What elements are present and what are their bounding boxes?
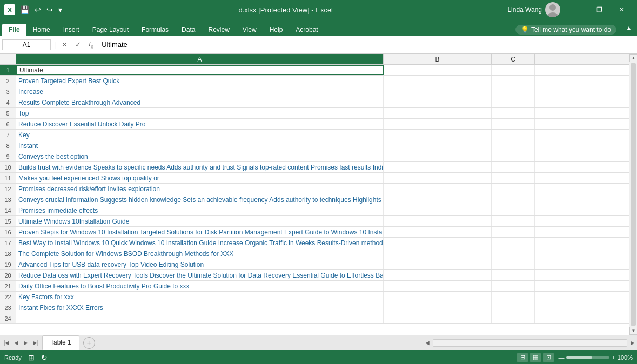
table-row[interactable]: 23Instant Fixes for XXXX Errors xyxy=(0,302,637,313)
tab-view[interactable]: View xyxy=(236,24,263,36)
sheet-next-button[interactable]: ▶ xyxy=(22,339,30,347)
table-row[interactable]: 3Increase xyxy=(0,86,637,97)
tab-home[interactable]: Home xyxy=(26,24,57,36)
h-scroll-right[interactable]: ▶ xyxy=(631,340,635,346)
tab-formulas[interactable]: Formulas xyxy=(135,24,175,36)
redo-button[interactable]: ↪ xyxy=(45,4,55,15)
cell-b7[interactable] xyxy=(384,130,492,140)
cell-c10[interactable] xyxy=(492,162,535,172)
cell-c23[interactable] xyxy=(492,302,535,313)
scroll-down-button[interactable]: ▼ xyxy=(629,327,637,335)
scroll-up-button[interactable]: ▲ xyxy=(629,54,637,62)
cell-c4[interactable] xyxy=(492,97,535,107)
table-row[interactable]: 21Daily Office Features to Boost Product… xyxy=(0,281,637,292)
cell-c13[interactable] xyxy=(492,194,535,205)
insert-function-button[interactable]: fx xyxy=(86,39,96,51)
cell-b24[interactable] xyxy=(384,313,492,323)
h-scroll-left[interactable]: ◀ xyxy=(425,340,430,346)
formula-input[interactable] xyxy=(98,39,635,50)
table-row[interactable]: 18The Complete Solution for Windows BSOD… xyxy=(0,248,637,259)
cell-a11[interactable]: Makes you feel experienced Shows top qua… xyxy=(16,173,384,183)
add-sheet-button[interactable]: + xyxy=(83,337,95,349)
user-avatar[interactable] xyxy=(545,2,560,17)
table-row[interactable]: 14Promises immediate effects xyxy=(0,205,637,216)
sheet-last-button[interactable]: ▶| xyxy=(31,339,40,347)
tab-review[interactable]: Review xyxy=(202,24,236,36)
table-row[interactable]: 15Ultimate Windows 10Installation Guide xyxy=(0,216,637,227)
cell-b4[interactable] xyxy=(384,97,492,107)
cell-b11[interactable] xyxy=(384,173,492,183)
scroll-thumb[interactable] xyxy=(631,63,636,326)
cell-a23[interactable]: Instant Fixes for XXXX Errors xyxy=(16,302,384,313)
cell-a2[interactable]: Proven Targeted Expert Best Quick xyxy=(16,76,384,86)
cell-b23[interactable] xyxy=(384,302,492,313)
table-row[interactable]: 8Instant xyxy=(0,140,637,151)
cell-a17[interactable]: Best Way to Install Windows 10 Quick Win… xyxy=(16,238,384,248)
table-row[interactable]: 6Reduce Discover Essential Unlock Daily … xyxy=(0,119,637,130)
cell-b12[interactable] xyxy=(384,184,492,194)
cancel-formula-button[interactable]: ✕ xyxy=(59,39,70,50)
cell-a5[interactable]: Top xyxy=(16,108,384,118)
tab-data[interactable]: Data xyxy=(175,24,202,36)
sheet-prev-button[interactable]: ◀ xyxy=(12,339,21,347)
cell-c18[interactable] xyxy=(492,248,535,259)
cell-c5[interactable] xyxy=(492,108,535,118)
cell-c12[interactable] xyxy=(492,184,535,194)
table-row[interactable]: 11Makes you feel experienced Shows top q… xyxy=(0,173,637,184)
zoom-in-button[interactable]: + xyxy=(612,354,615,361)
table-row[interactable]: 1Ultimate xyxy=(0,65,637,76)
table-row[interactable]: 16Proven Steрis for Windows 10 Installat… xyxy=(0,227,637,238)
cell-c19[interactable] xyxy=(492,259,535,269)
cell-a12[interactable]: Promises decreased risk/effort Invites e… xyxy=(16,184,384,194)
table-row[interactable]: 13Conveys crucial information Suggests h… xyxy=(0,194,637,205)
sheet-tab-table1[interactable]: Table 1 xyxy=(42,335,79,350)
cell-b5[interactable] xyxy=(384,108,492,118)
close-button[interactable]: ✕ xyxy=(611,0,633,19)
minimize-button[interactable]: — xyxy=(566,0,587,19)
cell-b15[interactable] xyxy=(384,216,492,226)
customize-quick-access[interactable]: ▾ xyxy=(57,4,64,15)
sheet-first-button[interactable]: |◀ xyxy=(2,339,11,347)
cell-c20[interactable] xyxy=(492,270,535,280)
cell-b8[interactable] xyxy=(384,140,492,151)
cell-c22[interactable] xyxy=(492,292,535,302)
cell-b16[interactable] xyxy=(384,227,492,237)
cell-c15[interactable] xyxy=(492,216,535,226)
tell-me-input[interactable]: 💡 Tell me what you want to do xyxy=(515,25,616,35)
cell-b13[interactable] xyxy=(384,194,492,205)
cell-b18[interactable] xyxy=(384,248,492,259)
col-header-c[interactable]: C xyxy=(492,54,535,64)
cell-a1[interactable]: Ultimate xyxy=(16,65,384,75)
cell-a18[interactable]: The Complete Solution for Windows BSOD B… xyxy=(16,248,384,259)
cell-b22[interactable] xyxy=(384,292,492,302)
cell-c7[interactable] xyxy=(492,130,535,140)
table-row[interactable]: 19Advanced Tips for USB data recovery To… xyxy=(0,259,637,270)
table-row[interactable]: 4Results Complete Breakthrough Advanced xyxy=(0,97,637,108)
cell-c24[interactable] xyxy=(492,313,535,323)
cell-c16[interactable] xyxy=(492,227,535,237)
cell-c1[interactable] xyxy=(492,65,535,75)
cell-b20[interactable] xyxy=(384,270,492,280)
table-row[interactable]: 10Builds trust with evidence Speaks to s… xyxy=(0,162,637,173)
cell-a22[interactable]: Key Factors for xxx xyxy=(16,292,384,302)
cell-a7[interactable]: Key xyxy=(16,130,384,140)
table-row[interactable]: 5Top xyxy=(0,108,637,119)
tab-pagelayout[interactable]: Page Layout xyxy=(86,24,135,36)
table-row[interactable]: 7Key xyxy=(0,130,637,140)
save-button[interactable]: 💾 xyxy=(18,4,31,15)
cell-a13[interactable]: Conveys crucial information Suggests hid… xyxy=(16,194,384,205)
tab-insert[interactable]: Insert xyxy=(57,24,86,36)
cell-c3[interactable] xyxy=(492,86,535,97)
restore-button[interactable]: ❐ xyxy=(588,0,610,19)
table-row[interactable]: 22Key Factors for xxx xyxy=(0,292,637,302)
cell-c6[interactable] xyxy=(492,119,535,129)
page-layout-view-button[interactable]: ▦ xyxy=(530,353,541,362)
cell-a19[interactable]: Advanced Tips for USB data recovery Top … xyxy=(16,259,384,269)
cell-a14[interactable]: Promises immediate effects xyxy=(16,205,384,215)
col-header-b[interactable]: B xyxy=(384,54,492,64)
cell-b1[interactable] xyxy=(384,65,492,75)
confirm-formula-button[interactable]: ✓ xyxy=(72,39,84,50)
cell-a3[interactable]: Increase xyxy=(16,86,384,97)
cell-a9[interactable]: Conveys the best option xyxy=(16,151,384,161)
cell-b3[interactable] xyxy=(384,86,492,97)
